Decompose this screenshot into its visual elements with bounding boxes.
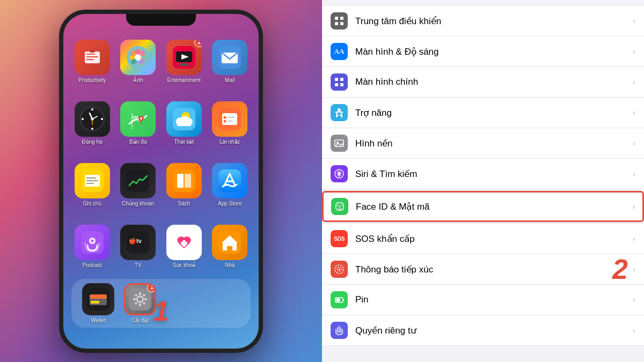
app-mail[interactable]: Mail — [209, 40, 251, 83]
app-chungkhoan[interactable]: Chứng khoán — [118, 163, 159, 206]
sos-icon: SOS — [331, 230, 348, 247]
svg-rect-79 — [139, 292, 141, 295]
settings-item-face-id[interactable]: Face ID & Mật mã › — [322, 191, 644, 222]
settings-item-man-hinh-do-sang[interactable]: AA Màn hình & Độ sáng › — [322, 36, 644, 67]
app-suckhoe[interactable]: Sức khoẻ — [163, 225, 205, 268]
entertainment-icon: 1 — [166, 40, 202, 75]
app-wallet[interactable]: Wallet — [79, 283, 117, 323]
wallet-icon — [82, 283, 114, 315]
nha-icon — [212, 225, 247, 260]
suckhoe-label: Sức khoẻ — [172, 262, 195, 268]
svg-point-23 — [91, 108, 93, 110]
settings-item-quyen-rieng-tu[interactable]: Quyền riêng tư › — [322, 315, 644, 346]
app-sach[interactable]: Sách — [163, 163, 205, 206]
quyen-rieng-tu-chevron: › — [633, 326, 635, 335]
settings-item-pin[interactable]: Pin › — [322, 285, 644, 315]
svg-point-104 — [341, 205, 342, 206]
svg-rect-73 — [90, 294, 107, 299]
svg-rect-75 — [91, 301, 99, 304]
bando-label: Bản đồ — [129, 139, 147, 145]
tro-nang-label: Trợ năng — [355, 107, 633, 119]
svg-rect-109 — [343, 299, 344, 301]
app-grid-row2: Đồng hồ — [69, 97, 253, 149]
app-appstore[interactable]: App Store — [209, 163, 251, 206]
settings-item-hinh-nen[interactable]: Hình nền › — [322, 128, 644, 159]
svg-point-25 — [82, 118, 84, 120]
man-hinh-chinh-label: Màn hình chính — [355, 77, 633, 87]
app-ghichu[interactable]: Ghi chú — [71, 163, 113, 206]
app-podcast[interactable]: Podcast — [71, 225, 113, 268]
sach-label: Sách — [178, 201, 190, 206]
hinh-nen-label: Hình nền — [355, 138, 633, 149]
svg-rect-1 — [86, 54, 95, 55]
settings-list: Trung tâm điều khiển › AA Màn hình & Độ … — [322, 0, 644, 362]
hinh-nen-chevron: › — [633, 139, 635, 147]
loinhac-icon — [212, 101, 247, 137]
thoitiet-label: Thời tiết — [174, 139, 194, 145]
tro-nang-icon — [331, 104, 348, 121]
man-hinh-do-sang-label: Màn hình & Độ sáng — [355, 46, 633, 57]
svg-point-78 — [138, 297, 142, 301]
pin-label: Pin — [355, 294, 633, 305]
svg-rect-48 — [228, 120, 233, 122]
svg-rect-44 — [222, 113, 237, 125]
caidat-badge: 1 — [147, 283, 156, 292]
svg-rect-4 — [90, 50, 95, 53]
donghо-icon — [75, 101, 110, 137]
thong-bao-chevron: › — [633, 265, 635, 274]
settings-item-man-hinh-chinh[interactable]: Màn hình chính › — [322, 67, 644, 98]
app-grid-row1: Productivity — [69, 35, 253, 87]
appletv-label: TV — [135, 262, 142, 268]
app-anh[interactable]: Ảnh — [118, 40, 159, 83]
tro-nang-chevron: › — [633, 108, 635, 117]
anh-icon — [120, 40, 156, 75]
trung-tam-label: Trung tâm điều khiển — [355, 16, 633, 27]
caidat-label: Cài đặt — [131, 317, 149, 323]
app-donghо[interactable]: Đồng hồ — [71, 101, 113, 145]
productivity-label: Productivity — [78, 77, 106, 83]
settings-item-tro-nang[interactable]: Trợ năng › — [322, 98, 644, 128]
podcast-icon — [75, 225, 110, 260]
entertainment-label: Entertainment — [167, 77, 201, 83]
svg-point-47 — [224, 120, 226, 122]
sos-chevron: › — [633, 234, 635, 243]
svg-rect-42 — [177, 123, 191, 126]
man-hinh-do-sang-icon: AA — [331, 43, 348, 60]
svg-point-103 — [338, 205, 339, 206]
appstore-icon — [212, 163, 247, 198]
podcast-label: Podcast — [83, 262, 102, 268]
svg-rect-52 — [86, 180, 98, 181]
svg-point-26 — [101, 118, 103, 120]
face-id-chevron: › — [632, 202, 635, 211]
app-grid-row3: Ghi chú Chứng khoán — [69, 159, 253, 211]
svg-rect-88 — [340, 17, 343, 20]
siri-chevron: › — [633, 169, 635, 178]
app-entertainment[interactable]: 1 Entertainment — [163, 40, 205, 83]
settings-item-siri[interactable]: Siri & Tìm kiếm › — [322, 159, 644, 189]
thoitiet-icon — [166, 101, 202, 137]
app-appletv[interactable]: 🍎tv TV — [118, 225, 159, 268]
app-productivity[interactable]: Productivity — [71, 40, 113, 83]
svg-rect-46 — [228, 116, 235, 118]
svg-rect-94 — [340, 83, 343, 86]
step1-label: 1 — [153, 295, 169, 327]
loinhac-label: Lời nhắc — [219, 139, 240, 145]
entertainment-badge: 1 — [194, 40, 202, 47]
settings-item-sos[interactable]: SOS SOS khẩn cấp › — [322, 224, 644, 254]
svg-rect-3 — [86, 59, 94, 60]
app-grid-row4: Podcast 🍎tv TV — [69, 220, 253, 272]
app-loinhac[interactable]: Lời nhắc — [209, 101, 251, 145]
app-bando[interactable]: 280 Bản đồ — [118, 101, 159, 145]
settings-item-thong-bao[interactable]: Thông báo tiếp xúc 2 › — [322, 254, 644, 285]
svg-rect-87 — [335, 17, 338, 20]
app-thoitiet[interactable]: Thời tiết — [163, 101, 205, 145]
suckhoe-icon — [166, 225, 202, 260]
svg-rect-18 — [180, 63, 188, 65]
settings-item-trung-tam[interactable]: Trung tâm điều khiển › — [322, 5, 644, 36]
appstore-label: App Store — [218, 201, 241, 206]
iphone-frame: Productivity — [59, 10, 263, 353]
ghichu-label: Ghi chú — [83, 201, 101, 206]
app-nha[interactable]: Nhà — [209, 225, 251, 268]
left-panel: Productivity — [0, 0, 322, 362]
quyen-rieng-tu-icon — [331, 322, 348, 339]
